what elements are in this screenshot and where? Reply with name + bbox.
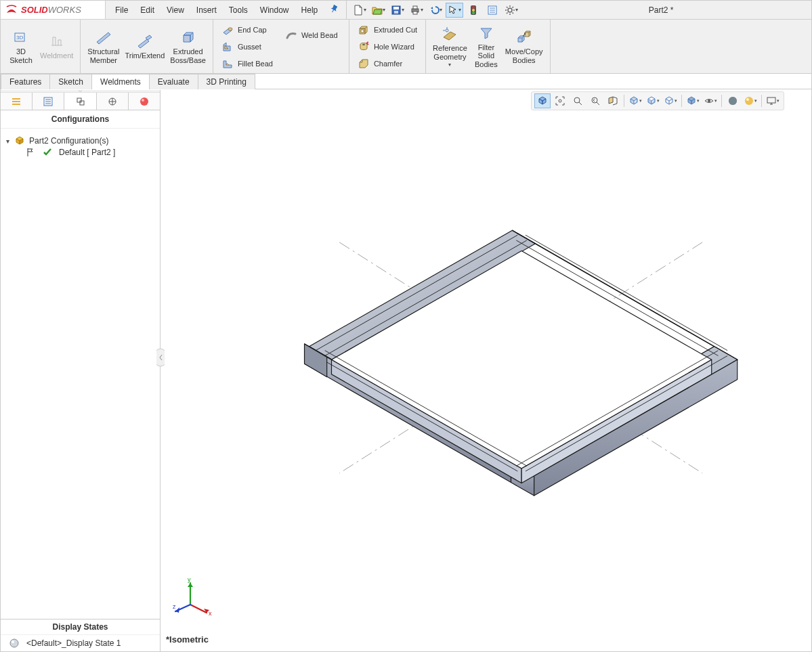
chamfer-icon [358, 58, 370, 70]
feature-manager-panel: Configurations ▾ Part2 Configuration(s) [1, 90, 161, 651]
svg-point-31 [708, 100, 710, 102]
zoom-fit-icon [555, 95, 565, 106]
open-doc-button[interactable]: ▾ [370, 3, 387, 18]
tab-features[interactable]: Features [1, 74, 50, 89]
trim-extend-button[interactable]: Trim/Extend [122, 21, 167, 72]
reference-geometry-button[interactable]: Reference Geometry ▾ [430, 21, 470, 72]
display-state-label: <Default>_Display State 1 [26, 638, 121, 648]
menu-insert[interactable]: Insert [191, 3, 222, 18]
rebuild-button[interactable] [465, 3, 482, 18]
svg-point-34 [729, 97, 737, 105]
display-style-button[interactable]: ▾ [627, 93, 643, 108]
panel-tab-property[interactable] [33, 93, 64, 110]
axis-x-label: x [209, 610, 212, 617]
panel-tab-feature-tree[interactable] [1, 93, 33, 110]
extruded-boss-icon [179, 28, 197, 46]
magnifier-prev-icon [590, 95, 601, 106]
svg-point-7 [472, 6, 475, 9]
view-cube-icon [537, 95, 548, 106]
menu-window[interactable]: Window [255, 3, 295, 18]
menu-edit[interactable]: Edit [135, 3, 160, 18]
weld-bead-button[interactable]: Weld Bead [282, 27, 343, 43]
svg-point-19 [446, 29, 448, 32]
svg-point-14 [228, 28, 232, 30]
zoom-fit-button[interactable] [552, 93, 568, 108]
menu-file[interactable]: File [110, 3, 133, 18]
menu-help[interactable]: Help [296, 3, 324, 18]
hole-wizard-button[interactable]: Hole Wizard [355, 39, 420, 55]
shaded-button[interactable]: ▾ [685, 93, 701, 108]
structural-member-icon [95, 28, 112, 46]
content-area: Configurations ▾ Part2 Configuration(s) [1, 90, 811, 651]
sketch3d-label: 3D Sketch [9, 47, 33, 64]
svg-point-30 [592, 97, 597, 103]
menu-items: File Edit View Insert Tools Window Help [106, 3, 343, 18]
previous-view-button[interactable] [587, 93, 603, 108]
menu-view[interactable]: View [161, 3, 190, 18]
panel-tab-configurations[interactable] [64, 93, 96, 110]
view-orientation2-button[interactable]: ▾ [662, 93, 679, 108]
traffic-light-icon [469, 5, 477, 16]
hole-wizard-label: Hole Wizard [374, 43, 414, 51]
options-panel-button[interactable] [484, 3, 501, 18]
move-copy-button[interactable]: Move/Copy Bodies [503, 21, 546, 72]
options-list-icon [487, 5, 498, 16]
feature-tree-icon [11, 96, 22, 107]
end-cap-button[interactable]: End Cap [219, 22, 280, 38]
display-states-header: Display States [1, 619, 160, 634]
axis-y-label: y [188, 578, 191, 583]
menu-bar: SOLIDWORKS File Edit View Insert Tools W… [1, 1, 811, 20]
filter-solid-button[interactable]: Filter Solid Bodies [470, 21, 503, 72]
graphics-viewport[interactable]: ▾ ▾ ▾ ▾ ▾ ▾ [161, 90, 811, 651]
undo-button[interactable]: ▾ [427, 3, 444, 18]
config-root-label: Part2 Configuration(s) [29, 136, 108, 146]
chamfer-button[interactable]: Chamfer [355, 56, 420, 72]
panel-tab-dimxpert[interactable] [97, 93, 129, 110]
check-icon [43, 148, 52, 157]
select-tool-button[interactable]: ▾ [446, 3, 463, 18]
apply-scene-button[interactable]: ▾ [742, 93, 758, 108]
command-manager-tabs: Features Sketch Weldments Evaluate 3D Pr… [1, 74, 811, 90]
display-state-row[interactable]: <Default>_Display State 1 [1, 634, 160, 651]
tab-3d-printing[interactable]: 3D Printing [198, 74, 255, 89]
structural-member-button[interactable]: Structural Member [85, 21, 122, 72]
view-triad[interactable]: x y z [173, 578, 213, 620]
menu-tools[interactable]: Tools [223, 3, 253, 18]
view-settings-button[interactable]: ▾ [765, 93, 781, 108]
tab-weldments[interactable]: Weldments [91, 74, 150, 89]
settings-button[interactable]: ▾ [503, 3, 520, 18]
sketch3d-button[interactable]: 3D 3D Sketch [5, 21, 37, 72]
extruded-boss-button[interactable]: Extruded Boss/Base [167, 21, 209, 72]
configuration-tree: ▾ Part2 Configuration(s) Default [ Part2… [1, 129, 160, 619]
zoom-area-button[interactable] [570, 93, 586, 108]
panel-tab-display[interactable] [129, 93, 160, 110]
panel-grip[interactable] [1, 90, 160, 93]
svg-text:3D: 3D [16, 35, 23, 41]
tab-sketch[interactable]: Sketch [49, 74, 92, 89]
view-orientation-button[interactable] [534, 93, 551, 108]
svg-point-28 [559, 100, 561, 102]
svg-point-25 [142, 99, 144, 102]
hide-show-button[interactable]: ▾ [645, 93, 661, 108]
tree-toggle-icon[interactable]: ▾ [3, 137, 12, 145]
weld-bead-label: Weld Bead [301, 31, 338, 39]
fillet-bead-button[interactable]: Fillet Bead [219, 56, 280, 72]
save-button[interactable]: ▾ [389, 3, 406, 18]
svg-point-24 [140, 97, 148, 106]
gusset-button[interactable]: Gusset [219, 39, 280, 55]
sketch3d-icon: 3D [12, 28, 30, 46]
config-root[interactable]: ▾ Part2 Configuration(s) [3, 134, 157, 148]
print-button[interactable]: ▾ [408, 3, 425, 18]
eye-button[interactable]: ▾ [702, 93, 719, 108]
svg-point-29 [574, 97, 580, 103]
extruded-cut-button[interactable]: Extruded Cut [355, 22, 420, 38]
pin-icon[interactable] [330, 4, 339, 16]
section-view-button[interactable] [605, 93, 621, 108]
tab-evaluate[interactable]: Evaluate [149, 74, 198, 89]
new-doc-button[interactable]: ▾ [351, 3, 368, 18]
model-drawing [161, 110, 811, 651]
edit-appearance-button[interactable] [725, 93, 741, 108]
svg-rect-37 [767, 97, 775, 103]
model-svg [161, 110, 811, 651]
config-default[interactable]: Default [ Part2 ] [3, 148, 157, 157]
